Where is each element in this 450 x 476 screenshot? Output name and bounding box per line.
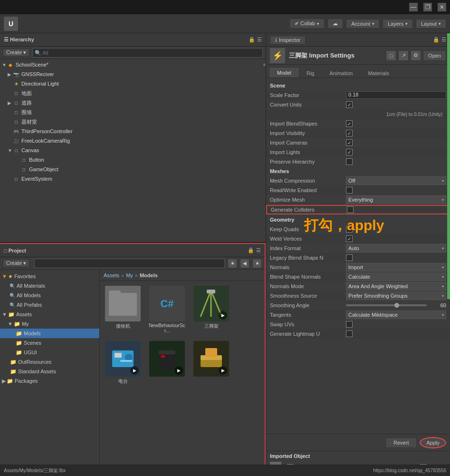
optimize-mesh-dropdown[interactable]: Everything ▾	[346, 195, 446, 204]
section-geometry[interactable]: Geometry	[266, 215, 450, 224]
tab-rig[interactable]: Rig	[299, 68, 322, 78]
asset-item-diantai[interactable]: ▶ 电台	[103, 339, 143, 387]
layout-button[interactable]: Layout ▾	[416, 19, 446, 29]
play-overlay[interactable]: ▶	[174, 366, 183, 375]
import-cameras-checkbox[interactable]	[346, 139, 353, 146]
mesh-compression-dropdown[interactable]: Off ▾	[346, 176, 446, 185]
normals-dropdown[interactable]: Import ▾	[346, 263, 446, 272]
blend-normals-dropdown[interactable]: Calculate ▾	[346, 272, 446, 281]
weld-vertices-checkbox[interactable]	[346, 235, 353, 242]
inspector-icon-btn-1[interactable]: □	[386, 50, 396, 61]
scale-factor-input[interactable]: 0.18	[346, 91, 446, 99]
account-button[interactable]: Account ▾	[346, 19, 380, 29]
lightmap-checkbox[interactable]	[346, 330, 353, 337]
legacy-blend-checkbox[interactable]	[346, 254, 353, 261]
inspector-icon-btn-2[interactable]: ↗	[398, 50, 409, 61]
sidebar-item-all-prefabs[interactable]: 🔍 All Prefabs	[0, 300, 99, 310]
tree-item-daolu[interactable]: ▶ □ 道路	[0, 98, 266, 107]
tab-materials[interactable]: Materials	[361, 68, 396, 78]
tree-item-schoolscene[interactable]: ▼ ◆ SchoolScene* ≡	[0, 60, 266, 69]
project-favorites-icon[interactable]: ★	[228, 259, 237, 268]
import-lights-checkbox[interactable]	[346, 149, 353, 155]
sidebar-item-favorites[interactable]: ▼ ★ Favorites	[0, 272, 99, 281]
tree-item-directional-light[interactable]: ☀ Directional Light	[0, 79, 266, 88]
asset-item-newbehaviour[interactable]: C# NewBehaviourScr...	[147, 284, 187, 335]
asset-item-box1[interactable]: ▶	[147, 339, 187, 387]
open-button[interactable]: Open	[423, 50, 446, 61]
close-button[interactable]: ✕	[438, 3, 446, 11]
preserve-hierarchy-checkbox[interactable]	[346, 158, 353, 165]
tree-item-canvas[interactable]: ▼ □ Canvas	[0, 146, 266, 155]
inspector-tab[interactable]: ℹ Inspector	[270, 36, 306, 44]
inspector-menu-icon[interactable]: ☰	[441, 37, 446, 43]
layers-button[interactable]: Layers ▾	[383, 19, 413, 29]
tree-item-qicaishi[interactable]: □ 器材室	[0, 117, 266, 126]
tree-item-thirdperson[interactable]: 🎮 ThirdPersonController	[0, 126, 266, 136]
apply-button[interactable]: Apply	[420, 437, 446, 448]
normals-mode-dropdown[interactable]: Area And Angle Weighted ▾	[346, 282, 446, 291]
hierarchy-lock-icon[interactable]: 🔒	[249, 37, 255, 43]
inspector-icon-btn-3[interactable]: ⚙	[411, 50, 421, 61]
swap-uvs-checkbox[interactable]	[346, 321, 353, 328]
collab-button[interactable]: ✔ Collab ▾	[289, 19, 325, 29]
maximize-button[interactable]: ❐	[423, 3, 432, 11]
index-format-dropdown[interactable]: Auto ▾	[346, 244, 446, 253]
hierarchy-menu-icon[interactable]: ☰	[257, 37, 262, 43]
import-blendshapes-checkbox[interactable]	[346, 120, 353, 127]
section-scene[interactable]: Scene	[266, 81, 450, 90]
prop-label: Keep Quads	[270, 226, 346, 232]
asset-item-sanjiaojia[interactable]: ▶ 三脚架	[191, 284, 231, 335]
breadcrumb-models[interactable]: Models	[140, 272, 158, 278]
section-meshes[interactable]: Meshes	[266, 166, 450, 176]
breadcrumb-assets[interactable]: Assets	[104, 272, 119, 278]
sidebar-item-packages[interactable]: ▶ 📁 Packages	[0, 376, 99, 386]
read-write-checkbox[interactable]	[346, 187, 353, 194]
sidebar-item-standard-assets[interactable]: 📁 Standard Assets	[0, 367, 99, 376]
model-tabs: Model Rig Animation Materials	[266, 65, 450, 78]
project-menu-icon[interactable]: ☰	[256, 247, 261, 253]
tree-item-gnssreciver[interactable]: ▶ 📷 GNSSReciver	[0, 69, 266, 79]
play-overlay[interactable]: ▶	[219, 366, 227, 375]
tree-item-eventsystem[interactable]: □ EventSystem	[0, 174, 266, 184]
cloud-button[interactable]: ☁	[327, 19, 343, 29]
hierarchy-create-button[interactable]: Create ▾	[3, 49, 29, 57]
tree-item-freelook[interactable]: 🎥 FreeLookCameraRig	[0, 136, 266, 146]
sidebar-item-my[interactable]: ▼ 📁 My	[0, 319, 99, 329]
revert-button[interactable]: Revert	[385, 437, 417, 448]
tree-item-gameobject[interactable]: □ GameObject	[0, 165, 266, 174]
project-create-button[interactable]: Create ▾	[3, 259, 29, 267]
keep-quads-checkbox[interactable]	[346, 226, 353, 233]
project-lock-icon[interactable]: 🔒	[248, 247, 254, 253]
tree-item-button[interactable]: □ Button	[0, 155, 266, 165]
asset-thumb-csharp: C#	[149, 286, 185, 321]
smoothing-angle-slider[interactable]: 60	[346, 302, 446, 308]
tree-item-dimian[interactable]: □ 地面	[0, 88, 266, 98]
asset-item-jieshoji[interactable]: 接收机	[103, 284, 143, 335]
convert-units-checkbox[interactable]	[346, 101, 353, 108]
import-visibility-checkbox[interactable]	[346, 130, 353, 136]
tab-model[interactable]: Model	[270, 68, 298, 78]
minimize-button[interactable]: —	[409, 3, 418, 11]
project-forward-icon[interactable]: ★	[252, 259, 262, 268]
asset-item-box2[interactable]: ▶	[191, 339, 231, 387]
tab-animation[interactable]: Animation	[322, 68, 360, 78]
sidebar-item-all-materials[interactable]: 🔍 All Materials	[0, 281, 99, 291]
sidebar-item-models[interactable]: 📁 Models	[0, 329, 99, 338]
asset-label: 接收机	[116, 323, 130, 330]
generate-colliders-checkbox[interactable]	[347, 206, 354, 213]
tangents-dropdown[interactable]: Calculate Mikktspace ▾	[346, 311, 446, 319]
sidebar-item-assets[interactable]: ▼ 📁 Assets	[0, 310, 99, 319]
project-search-input[interactable]	[34, 259, 225, 268]
sidebar-item-outresources[interactable]: 📁 OutResources	[0, 357, 99, 367]
hierarchy-search-input[interactable]	[32, 48, 263, 58]
breadcrumb-my[interactable]: My	[126, 272, 133, 278]
smoothness-dropdown[interactable]: Prefer Smoothing Groups ▾	[346, 291, 446, 300]
inspector-lock-icon[interactable]: 🔒	[433, 37, 440, 43]
sidebar-item-scenes[interactable]: 📁 Scenes	[0, 338, 99, 348]
tree-item-weiqiang[interactable]: □ 围墙	[0, 107, 266, 117]
project-back-icon[interactable]: ◀	[240, 259, 249, 268]
play-overlay[interactable]: ▶	[130, 366, 139, 375]
sidebar-item-ugui[interactable]: 📁 UGUI	[0, 348, 99, 357]
sidebar-item-all-models[interactable]: 🔍 All Models	[0, 291, 99, 300]
play-overlay[interactable]: ▶	[219, 311, 227, 320]
